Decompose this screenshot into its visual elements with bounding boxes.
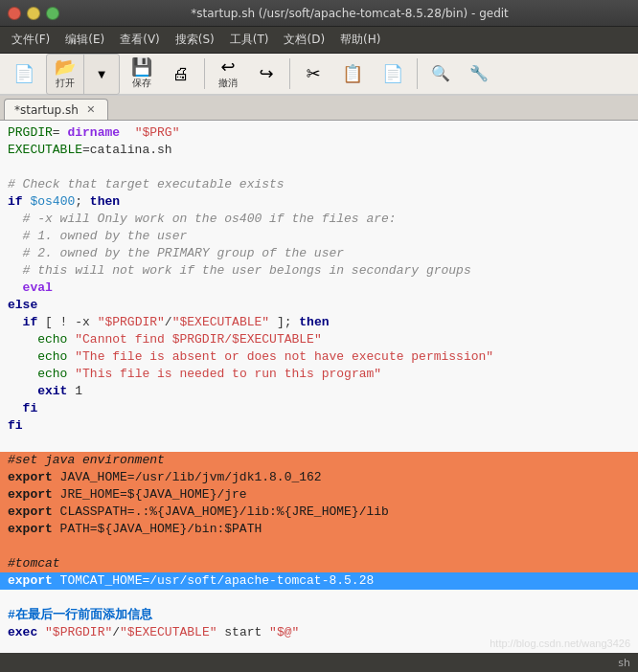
code-content: echo "The file is absent or does not hav… — [8, 348, 493, 366]
code-line-if2: if [ ! -x "$PRGDIR"/"$EXECUTABLE" ]; the… — [0, 314, 638, 331]
settings-icon: 🔧 — [469, 66, 489, 81]
code-content: export CLASSPATH=.:%{JAVA_HOME}/lib:%{JR… — [8, 504, 389, 521]
menu-bar: 文件(F) 编辑(E) 查看(V) 搜索(S) 工具(T) 文档(D) 帮助(H… — [0, 27, 638, 54]
code-content: PRGDIR= dirname "$PRG" — [8, 124, 179, 142]
redo-icon: ↪ — [259, 65, 273, 82]
code-line-blank-1 — [0, 159, 638, 176]
code-line-fi2: fi — [0, 417, 638, 435]
open-button[interactable]: 📂 打开 — [47, 55, 84, 94]
print-button[interactable]: 🖨 — [164, 61, 198, 86]
code-content: if $os400; then — [8, 193, 120, 211]
settings-button[interactable]: 🔧 — [462, 62, 496, 85]
copy-button[interactable]: 📋 — [334, 61, 371, 86]
language-indicator: sh — [618, 657, 630, 669]
watermark: http://blog.csdn.net/wang3426 — [490, 638, 630, 649]
tab-label: *startup.sh — [14, 103, 79, 117]
title-bar: *startup.sh (/usr/soft/apache-tomcat-8.5… — [0, 0, 638, 27]
copy-icon: 📋 — [342, 65, 363, 82]
code-line-echo1: echo "Cannot find $PRGDIR/$EXECUTABLE" — [0, 331, 638, 348]
menu-search[interactable]: 搜索(S) — [168, 28, 222, 52]
code-line-echo2: echo "The file is absent or does not hav… — [0, 348, 638, 366]
minimize-button[interactable] — [27, 7, 40, 20]
code-line-2: EXECUTABLE=catalina.sh — [0, 142, 638, 159]
code-line-blank-3 — [0, 538, 638, 555]
code-line-classpath: export CLASSPATH=.:%{JAVA_HOME}/lib:%{JR… — [0, 504, 638, 521]
code-line-set-java: #set java environment — [0, 452, 638, 469]
code-content — [8, 538, 15, 555]
code-content: eval — [8, 280, 53, 297]
open-dropdown[interactable]: ▼ — [84, 69, 119, 79]
code-content: fi — [8, 417, 23, 435]
cut-icon: ✂ — [306, 65, 320, 82]
dropdown-arrow-icon: ▼ — [98, 69, 105, 79]
print-icon: 🖨 — [172, 65, 190, 82]
code-content: # 2. owned by the PRIMARY group of the u… — [8, 245, 344, 262]
new-button[interactable]: 📄 — [6, 61, 42, 86]
toolbar-separator-2 — [289, 58, 290, 89]
code-content: # -x will Only work on the os400 if the … — [8, 211, 397, 228]
code-line-eval: eval — [0, 280, 638, 297]
code-line-add-info: #在最后一行前面添加信息 — [0, 607, 638, 624]
code-content: exec "$PRGDIR"/"$EXECUTABLE" start "$@" — [8, 624, 299, 641]
tab-startup-sh[interactable]: *startup.sh ✕ — [4, 99, 108, 120]
menu-docs[interactable]: 文档(D) — [276, 28, 332, 52]
code-line-comment-check: # Check that target executable exists — [0, 176, 638, 193]
code-content: EXECUTABLE=catalina.sh — [8, 142, 172, 159]
open-icon: 📂 — [55, 58, 76, 76]
menu-tools[interactable]: 工具(T) — [222, 28, 277, 52]
code-line-comment-1: # 1. owned by the user — [0, 228, 638, 245]
code-content: # Check that target executable exists — [8, 176, 285, 193]
code-content: exit 1 — [8, 383, 82, 400]
open-label: 打开 — [56, 77, 75, 90]
save-icon: 💾 — [131, 58, 152, 76]
code-content: echo "This file is needed to run this pr… — [8, 366, 381, 383]
code-line-echo3: echo "This file is needed to run this pr… — [0, 366, 638, 383]
code-line-comment-3: # this will not work if the user belongs… — [0, 262, 638, 280]
code-content: #在最后一行前面添加信息 — [8, 607, 152, 624]
code-line-fi1: fi — [0, 400, 638, 417]
menu-help[interactable]: 帮助(H) — [332, 28, 388, 52]
menu-file[interactable]: 文件(F) — [4, 28, 57, 52]
undo-button[interactable]: ↩ 撤消 — [211, 55, 245, 94]
find-icon: 🔍 — [431, 66, 450, 81]
redo-button[interactable]: ↪ — [249, 61, 284, 86]
maximize-button[interactable] — [46, 7, 59, 20]
toolbar: 📄 📂 打开 ▼ 💾 保存 🖨 ↩ 撤消 ↪ ✂ 📋 📄 🔍 🔧 — [0, 54, 638, 96]
toolbar-separator-1 — [204, 58, 205, 89]
code-content: if [ ! -x "$PRGDIR"/"$EXECUTABLE" ]; the… — [8, 314, 330, 331]
code-line-1: PRGDIR= dirname "$PRG" — [0, 124, 638, 142]
menu-view[interactable]: 查看(V) — [112, 28, 168, 52]
window-title: *startup.sh (/usr/soft/apache-tomcat-8.5… — [69, 7, 630, 20]
code-line-blank-2 — [0, 435, 638, 452]
code-content: export PATH=${JAVA_HOME}/bin:$PATH — [8, 521, 262, 538]
menu-edit[interactable]: 编辑(E) — [57, 28, 112, 52]
code-content: export TOMCAT_HOME=/usr/soft/apache-tomc… — [8, 572, 374, 590]
cut-button[interactable]: ✂ — [296, 61, 330, 86]
paste-button[interactable]: 📄 — [375, 61, 411, 86]
save-button[interactable]: 💾 保存 — [124, 55, 160, 94]
paste-icon: 📄 — [382, 65, 403, 82]
code-content: else — [8, 297, 37, 314]
undo-label: 撤消 — [218, 77, 238, 90]
tab-close-button[interactable]: ✕ — [84, 103, 98, 117]
window-controls[interactable] — [8, 7, 59, 20]
code-line-if: if $os400; then — [0, 193, 638, 211]
code-content: export JAVA_HOME=/usr/lib/jvm/jdk1.8.0_1… — [8, 469, 322, 486]
code-content: fi — [8, 400, 37, 417]
code-line-java-home: export JAVA_HOME=/usr/lib/jvm/jdk1.8.0_1… — [0, 469, 638, 486]
find-button[interactable]: 🔍 — [423, 62, 458, 85]
code-line-path: export PATH=${JAVA_HOME}/bin:$PATH — [0, 521, 638, 538]
code-line-tomcat-home: export TOMCAT_HOME=/usr/soft/apache-tomc… — [0, 572, 638, 590]
code-line-else: else — [0, 297, 638, 314]
status-bar: sh — [0, 653, 638, 672]
code-content: # this will not work if the user belongs… — [8, 262, 471, 280]
code-line-comment-2: # 2. owned by the PRIMARY group of the u… — [0, 245, 638, 262]
code-line-exit: exit 1 — [0, 383, 638, 400]
editor-area[interactable]: PRGDIR= dirname "$PRG" EXECUTABLE=catali… — [0, 121, 638, 653]
close-button[interactable] — [8, 7, 21, 20]
code-line-comment-x: # -x will Only work on the os400 if the … — [0, 211, 638, 228]
code-content — [8, 159, 15, 176]
code-line-blank-4 — [0, 590, 638, 607]
undo-icon: ↩ — [220, 58, 235, 76]
code-content: #tomcat — [8, 555, 60, 572]
